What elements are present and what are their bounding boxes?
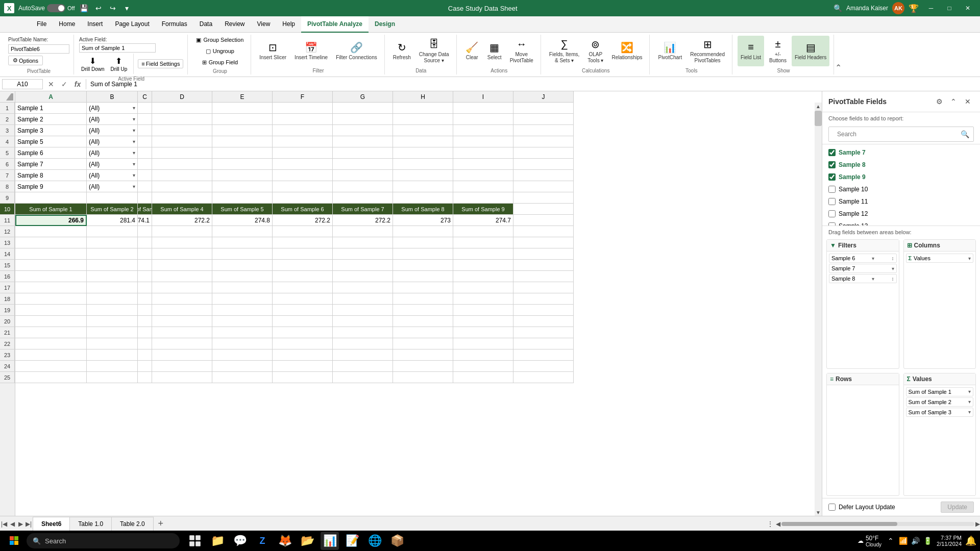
cell-r8-c6[interactable] bbox=[333, 181, 393, 192]
cell-r17-c0[interactable] bbox=[15, 282, 87, 293]
cell-r13-c8[interactable] bbox=[453, 237, 513, 248]
cell-r24-c2[interactable] bbox=[138, 361, 152, 372]
minimize-button[interactable]: ─ bbox=[923, 3, 939, 13]
cell-r21-c8[interactable] bbox=[453, 327, 513, 338]
cell-r14-c3[interactable] bbox=[152, 248, 212, 260]
pivot-field-sample9-checkbox[interactable] bbox=[828, 173, 836, 181]
cell-r19-c5[interactable] bbox=[273, 305, 333, 316]
drill-down-button[interactable]: ⬇ Drill Down bbox=[79, 55, 107, 73]
cell-r14-c0[interactable] bbox=[15, 248, 87, 260]
cell-r23-c6[interactable] bbox=[333, 349, 393, 361]
tab-nav-next-next[interactable]: ▶| bbox=[24, 516, 33, 532]
cell-r7-c6[interactable] bbox=[333, 170, 393, 181]
word-button[interactable]: 📝 bbox=[343, 532, 361, 550]
cell-r11-c7[interactable]: 273 bbox=[393, 215, 453, 226]
cell-r15-c9[interactable] bbox=[513, 260, 574, 271]
cell-r12-c2[interactable] bbox=[138, 226, 152, 237]
cell-r16-c2[interactable] bbox=[138, 271, 152, 282]
autosave-toggle[interactable] bbox=[47, 4, 65, 12]
cell-r12-c1[interactable] bbox=[87, 226, 138, 237]
search-icon[interactable]: 🔍 bbox=[834, 4, 842, 12]
cell-r1-c3[interactable] bbox=[152, 103, 212, 114]
pivot-field-sample9[interactable]: Sample 9 bbox=[828, 171, 974, 183]
cell-r24-c4[interactable] bbox=[212, 361, 273, 372]
filter-item-sample7-arrow[interactable]: ▾ bbox=[892, 266, 894, 271]
pivot-close-button[interactable]: ✕ bbox=[962, 95, 974, 108]
cell-r17-c9[interactable] bbox=[513, 282, 574, 293]
cell-r21-c6[interactable] bbox=[333, 327, 393, 338]
tab-design[interactable]: Design bbox=[369, 16, 401, 33]
cell-r9-c0[interactable] bbox=[15, 192, 87, 204]
cell-r1-c0[interactable]: Sample 1 bbox=[15, 103, 87, 114]
cell-r25-c7[interactable] bbox=[393, 372, 453, 383]
cell-r17-c8[interactable] bbox=[453, 282, 513, 293]
cell-r6-c8[interactable] bbox=[453, 159, 513, 170]
tab-review[interactable]: Review bbox=[218, 16, 251, 33]
cell-r12-c3[interactable] bbox=[152, 226, 212, 237]
cell-r15-c6[interactable] bbox=[333, 260, 393, 271]
pivot-search-input[interactable] bbox=[833, 129, 961, 140]
values-item-sample1[interactable]: Sum of Sample 1 ▾ bbox=[906, 387, 974, 396]
cell-r24-c9[interactable] bbox=[513, 361, 574, 372]
cell-r9-c8[interactable] bbox=[453, 192, 513, 204]
app9-button[interactable]: 📦 bbox=[388, 532, 406, 550]
scroll-down-button[interactable]: ▼ bbox=[815, 509, 822, 516]
cell-r12-c7[interactable] bbox=[393, 226, 453, 237]
ribbon-collapse[interactable]: ⌃ bbox=[835, 35, 842, 74]
cell-r24-c3[interactable] bbox=[152, 361, 212, 372]
cell-r16-c6[interactable] bbox=[333, 271, 393, 282]
cell-r10-c4[interactable]: Sum of Sample 5 bbox=[212, 204, 273, 215]
cell-r3-c3[interactable] bbox=[152, 125, 212, 136]
cell-r13-c0[interactable] bbox=[15, 237, 87, 248]
cell-r17-c5[interactable] bbox=[273, 282, 333, 293]
cell-r22-c7[interactable] bbox=[393, 338, 453, 349]
cell-r5-c7[interactable] bbox=[393, 147, 453, 159]
cell-r25-c8[interactable] bbox=[453, 372, 513, 383]
cell-r4-c3[interactable] bbox=[152, 136, 212, 147]
cell-r24-c5[interactable] bbox=[273, 361, 333, 372]
cell-r19-c7[interactable] bbox=[393, 305, 453, 316]
relationships-button[interactable]: 🔀 Relationships bbox=[608, 36, 645, 66]
field-list-button[interactable]: ≡ Field List bbox=[738, 36, 764, 66]
scroll-track[interactable] bbox=[815, 110, 822, 509]
cell-r22-c0[interactable] bbox=[15, 338, 87, 349]
cell-r14-c5[interactable] bbox=[273, 248, 333, 260]
cell-r22-c6[interactable] bbox=[333, 338, 393, 349]
network-icon[interactable]: 📶 bbox=[898, 536, 908, 546]
cell-r6-c0[interactable]: Sample 7 bbox=[15, 159, 87, 170]
filter-item-sample6[interactable]: Sample 6 ▾ ↕ bbox=[829, 254, 897, 263]
cell-r12-c4[interactable] bbox=[212, 226, 273, 237]
cell-r17-c6[interactable] bbox=[333, 282, 393, 293]
cell-r1-c5[interactable] bbox=[273, 103, 333, 114]
sheet-tab-table2[interactable]: Table 2.0 bbox=[112, 517, 154, 531]
cell-r9-c9[interactable] bbox=[513, 192, 574, 204]
cell-r24-c1[interactable] bbox=[87, 361, 138, 372]
cell-r11-c8[interactable]: 274.7 bbox=[453, 215, 513, 226]
pivot-settings-button[interactable]: ⚙ bbox=[933, 95, 945, 108]
cell-r17-c2[interactable] bbox=[138, 282, 152, 293]
cell-r9-c1[interactable] bbox=[87, 192, 138, 204]
cell-r10-c9[interactable] bbox=[513, 204, 574, 215]
values-sample2-arrow[interactable]: ▾ bbox=[968, 399, 971, 405]
cell-r4-c4[interactable] bbox=[212, 136, 273, 147]
cell-r10-c8[interactable]: Sum of Sample 9 bbox=[453, 204, 513, 215]
cell-r13-c6[interactable] bbox=[333, 237, 393, 248]
cell-r15-c4[interactable] bbox=[212, 260, 273, 271]
cell-r1-c2[interactable] bbox=[138, 103, 152, 114]
cell-r25-c9[interactable] bbox=[513, 372, 574, 383]
cell-r3-c0[interactable]: Sample 3 bbox=[15, 125, 87, 136]
tab-home[interactable]: Home bbox=[53, 16, 81, 33]
cell-r23-c8[interactable] bbox=[453, 349, 513, 361]
cell-r24-c8[interactable] bbox=[453, 361, 513, 372]
cell-r1-c7[interactable] bbox=[393, 103, 453, 114]
cell-r11-c2[interactable]: 274.1 bbox=[138, 215, 152, 226]
cell-r18-c0[interactable] bbox=[15, 293, 87, 305]
cell-r7-c5[interactable] bbox=[273, 170, 333, 181]
col-header-I[interactable]: I bbox=[453, 91, 513, 103]
pivot-field-sample8-checkbox[interactable] bbox=[828, 161, 836, 168]
values-sample1-arrow[interactable]: ▾ bbox=[968, 389, 971, 394]
filter-connections-button[interactable]: 🔗 Filter Connections bbox=[333, 36, 380, 66]
cell-r1-c6[interactable] bbox=[333, 103, 393, 114]
customize-icon[interactable]: ▾ bbox=[122, 3, 132, 13]
cell-r16-c3[interactable] bbox=[152, 271, 212, 282]
